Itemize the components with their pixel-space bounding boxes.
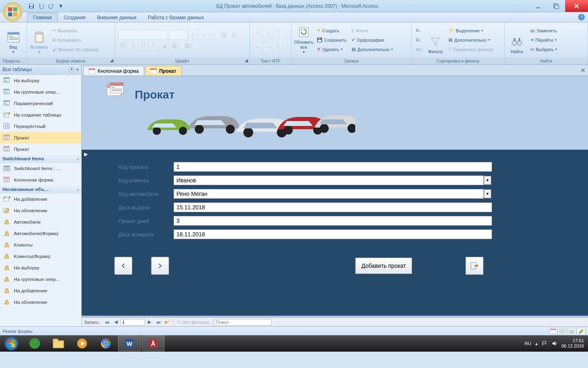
- grid-color-icon[interactable]: ▦: [169, 41, 178, 50]
- view-layout-icon[interactable]: [567, 328, 576, 335]
- nav-item[interactable]: Параметрический: [0, 98, 81, 109]
- numbering-icon[interactable]: ≣: [263, 28, 272, 37]
- advanced-filter-button[interactable]: ▤Дополнительно ▾: [447, 36, 495, 45]
- paste-button[interactable]: Вставить▼: [29, 25, 49, 55]
- recnav-new-icon[interactable]: ▶*: [163, 318, 172, 326]
- nav-item[interactable]: Клиенты: [0, 239, 81, 251]
- recnav-next-icon[interactable]: ▶: [145, 318, 154, 326]
- nav-item[interactable]: Клиенты(Форма): [0, 251, 81, 262]
- doc-tab-switchboard[interactable]: Кнопочная форма: [83, 66, 144, 76]
- dropdown-client-icon[interactable]: ▼: [484, 176, 491, 185]
- font-size-combo[interactable]: [169, 30, 187, 39]
- tab-home[interactable]: Главная: [27, 13, 58, 22]
- selection-filter-button[interactable]: ⚡Выделение ▾: [447, 26, 495, 35]
- prev-record-button[interactable]: [114, 257, 132, 275]
- increase-indent-icon[interactable]: ⇥: [263, 43, 272, 52]
- delete-record-button[interactable]: ✕Удалить ▾: [315, 45, 348, 54]
- alt-row-icon[interactable]: ▤: [229, 30, 238, 39]
- tray-lang[interactable]: RU: [525, 341, 531, 346]
- nav-collapse-icon[interactable]: «: [76, 67, 79, 72]
- nav-section-switchboard[interactable]: Switchboard Items⌵: [0, 155, 81, 163]
- nav-item[interactable]: На групповые опер…: [0, 274, 81, 285]
- goto-button[interactable]: ➔Перейти ▾: [528, 36, 559, 45]
- format-painter-button[interactable]: 🖌Формат по образцу: [51, 45, 100, 54]
- toggle-filter-button[interactable]: ▽Применить фильтр: [447, 45, 495, 54]
- view-datasheet-icon[interactable]: [558, 328, 567, 335]
- nav-item[interactable]: Прокат: [0, 144, 81, 155]
- next-record-button[interactable]: [151, 257, 169, 275]
- spelling-button[interactable]: ✔Орфография: [350, 36, 394, 45]
- maximize-button[interactable]: [547, 0, 565, 12]
- taskbar-word[interactable]: W: [118, 336, 141, 351]
- recnav-search[interactable]: [214, 319, 272, 325]
- nav-item[interactable]: На обновление: [0, 296, 81, 308]
- minimize-button[interactable]: [529, 0, 547, 12]
- nav-item[interactable]: Автомобили(Форма): [0, 228, 81, 239]
- nav-item[interactable]: Кнопочная форма: [0, 174, 81, 186]
- help-button[interactable]: ?: [578, 14, 585, 20]
- doc-tab-rental[interactable]: Прокат: [145, 66, 182, 76]
- italic-icon[interactable]: К: [129, 41, 138, 50]
- tab-database-tools[interactable]: Работа с базами данных: [142, 13, 209, 22]
- qat-undo-icon[interactable]: [37, 2, 46, 11]
- recnav-position[interactable]: [120, 319, 145, 325]
- close-button[interactable]: [565, 0, 588, 12]
- dialog-launcher-icon[interactable]: ◢: [243, 58, 249, 63]
- select-button[interactable]: ▭Выбрать ▾: [528, 45, 559, 54]
- save-record-button[interactable]: 💾Сохранить: [315, 36, 348, 45]
- dropdown-car-icon[interactable]: ▼: [484, 189, 491, 198]
- align-right-icon[interactable]: ≡: [209, 30, 218, 39]
- totals-button[interactable]: ΣИтоги: [350, 26, 394, 35]
- nav-item[interactable]: На групповые опер…: [0, 86, 81, 98]
- start-button[interactable]: [0, 335, 23, 352]
- input-rental-id[interactable]: [174, 162, 492, 172]
- view-button[interactable]: Вид▼: [4, 25, 23, 55]
- taskbar-explorer[interactable]: [47, 336, 70, 351]
- replace-button[interactable]: abЗаменить: [528, 26, 559, 35]
- recnav-last-icon[interactable]: ⏭: [154, 318, 163, 326]
- conditional-format-icon[interactable]: ▦▾: [180, 41, 198, 50]
- nav-item[interactable]: На обновление: [0, 205, 81, 216]
- add-rental-button[interactable]: Добавить прокат: [355, 258, 412, 274]
- bullets-icon[interactable]: ≣: [253, 28, 262, 37]
- close-form-button[interactable]: [466, 257, 483, 275]
- nav-item[interactable]: +На добавление: [0, 193, 81, 205]
- nav-item[interactable]: Перекрёстный: [0, 121, 81, 132]
- taskbar-chrome[interactable]: [94, 336, 117, 351]
- refresh-all-button[interactable]: Обновить все▼: [294, 25, 314, 55]
- copy-button[interactable]: ⧉Копировать: [51, 36, 100, 45]
- record-selector-icon[interactable]: ▶: [84, 151, 88, 157]
- filter-button[interactable]: Фильтр: [425, 25, 445, 55]
- dialog-launcher-icon[interactable]: ◢: [109, 58, 114, 63]
- tray-up-icon[interactable]: ▴: [535, 341, 538, 346]
- recnav-first-icon[interactable]: ⏮: [102, 318, 111, 326]
- taskbar-app-1[interactable]: [23, 336, 46, 351]
- align-left-icon[interactable]: ≡: [189, 30, 198, 39]
- tab-create[interactable]: Создание: [58, 13, 91, 22]
- nav-item[interactable]: На выборку: [0, 75, 81, 86]
- qat-redo-icon[interactable]: [47, 2, 56, 11]
- cut-button[interactable]: ✂Вырезать: [51, 26, 100, 35]
- font-name-combo[interactable]: [118, 30, 167, 39]
- find-button[interactable]: Найти: [507, 25, 527, 55]
- nav-header[interactable]: Все таблицы ▾«: [0, 65, 81, 75]
- more-records-button[interactable]: ▤Дополнительно ▾: [350, 45, 394, 54]
- close-tab-button[interactable]: ✕: [581, 67, 586, 74]
- input-car[interactable]: [174, 189, 484, 199]
- qat-customize-icon[interactable]: ▾: [56, 2, 65, 11]
- taskbar-access[interactable]: [142, 336, 165, 351]
- input-client[interactable]: [174, 175, 484, 185]
- decrease-indent-icon[interactable]: ⇤: [253, 43, 262, 52]
- nav-item[interactable]: Switchboard Items : …: [0, 163, 81, 174]
- input-date-in[interactable]: [174, 229, 492, 239]
- nav-item[interactable]: Автомобили: [0, 216, 81, 228]
- align-center-icon[interactable]: ≡: [199, 30, 208, 39]
- view-design-icon[interactable]: [577, 328, 586, 335]
- sort-desc-button[interactable]: Я↓: [414, 36, 424, 45]
- nav-item[interactable]: !На создание таблицы: [0, 109, 81, 121]
- underline-icon[interactable]: Ч: [139, 41, 148, 50]
- tray-flag-icon[interactable]: [542, 341, 548, 346]
- gridlines-icon[interactable]: ▦: [219, 30, 228, 39]
- ltr-icon[interactable]: ¶: [274, 28, 283, 37]
- recnav-prev-icon[interactable]: ◀: [111, 318, 120, 326]
